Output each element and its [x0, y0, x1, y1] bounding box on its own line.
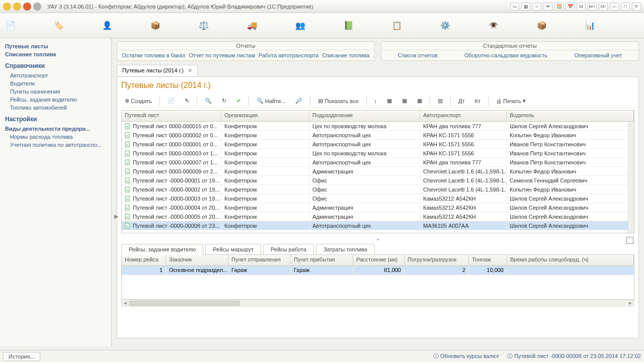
- col-header[interactable]: Расстояние (км): [353, 255, 405, 265]
- col-header[interactable]: Время работы спецоборуд. (ч): [507, 255, 634, 265]
- find-button[interactable]: 🔍Найти...: [253, 96, 289, 106]
- status-link[interactable]: ⓘ Обновить курсы валют: [433, 352, 499, 360]
- mplus-icon[interactable]: M+: [588, 3, 597, 11]
- create-button[interactable]: ⊕Создать: [121, 96, 155, 106]
- show-all-button[interactable]: ▤Показать все: [314, 96, 362, 106]
- table-row[interactable]: Путевой лист 0000-000002 от 0...Конфетпр…: [122, 131, 634, 140]
- print-button[interactable]: 🖨Печать ▾: [493, 96, 529, 106]
- nav-back-icon[interactable]: [3, 3, 11, 11]
- section-icon[interactable]: 👥: [295, 20, 306, 31]
- fav-icon[interactable]: [23, 3, 31, 11]
- section-icon[interactable]: ⚙️: [440, 20, 451, 31]
- table-row[interactable]: Путевой лист 0000-000007 от 1...Конфетпр…: [122, 158, 634, 167]
- section-icon[interactable]: 📋: [391, 20, 403, 31]
- tool-icon[interactable]: ⏷: [543, 3, 552, 11]
- table-row[interactable]: Путевой лист 0000-000001 от 0...Конфетпр…: [122, 140, 634, 149]
- report-link[interactable]: Списание топлива: [322, 52, 369, 58]
- section-icon[interactable]: 📗: [343, 20, 354, 31]
- tab[interactable]: Путевые листы (2014 г.) ✕: [117, 65, 198, 76]
- detail-row[interactable]: 1 Основное подраздел... Гараж Гараж 81,0…: [122, 266, 634, 275]
- splitter-icon[interactable]: ⌄: [121, 235, 634, 242]
- maximize-icon[interactable]: □: [621, 3, 630, 11]
- section-icon[interactable]: 👁️: [488, 20, 499, 31]
- section-icon[interactable]: 🏷️: [53, 20, 64, 31]
- sidebar-item[interactable]: Списание топлива: [5, 50, 106, 58]
- table-row[interactable]: Путевой лист -0000-00003 от 19...Конфетп…: [122, 194, 634, 203]
- sidebar-item[interactable]: Пункты назначения: [5, 87, 106, 96]
- section-icon[interactable]: 👤: [102, 20, 113, 31]
- tool-button[interactable]: ▦: [383, 96, 395, 106]
- table-row[interactable]: Путевой лист -0000-00001 от 19...Конфетп…: [122, 176, 634, 185]
- report-link[interactable]: Оперативный учет: [574, 52, 622, 58]
- status-link[interactable]: ⓘ Путевой лист -0000-00008 от 23.05.2014…: [507, 352, 641, 360]
- detail-tab[interactable]: Рейсы работа: [263, 244, 314, 255]
- tool-icon[interactable]: ▦: [521, 3, 530, 11]
- col-header[interactable]: Организация: [221, 111, 309, 121]
- report-link[interactable]: Отчет по путевым листам: [189, 52, 255, 58]
- sidebar-item[interactable]: Автотранспорт: [5, 71, 106, 79]
- edit-button[interactable]: ✎: [181, 96, 193, 106]
- section-icon[interactable]: 📊: [585, 20, 596, 31]
- table-row[interactable]: Путевой лист 0000-000015 от 0...Конфетпр…: [122, 122, 634, 131]
- tool-button[interactable]: Дт: [455, 97, 468, 106]
- refresh-button[interactable]: ↻: [218, 96, 230, 106]
- col-header[interactable]: Водитель: [507, 111, 634, 121]
- mminus-icon[interactable]: M-: [599, 3, 608, 11]
- scroll-right-icon[interactable]: ▸: [627, 300, 634, 306]
- col-header[interactable]: Подразделение: [309, 111, 420, 121]
- detail-tab[interactable]: Рейсы, задание водителю: [121, 244, 203, 255]
- section-icon[interactable]: 📄: [5, 20, 16, 31]
- detail-tab[interactable]: Затраты топлива: [316, 244, 375, 255]
- nav-fwd-icon[interactable]: [13, 3, 21, 11]
- sort-button[interactable]: ↕: [371, 97, 381, 106]
- table-row[interactable]: Путевой лист -0000-00005 от 20...Конфетп…: [122, 212, 634, 221]
- close-icon[interactable]: ✕: [632, 3, 641, 11]
- post-button[interactable]: ✔: [233, 96, 245, 106]
- minimize-icon[interactable]: —: [610, 3, 619, 11]
- close-tab-icon[interactable]: ✕: [188, 67, 192, 74]
- sidebar-item[interactable]: Нормы расхода топлива: [5, 133, 106, 141]
- menu-icon[interactable]: [33, 3, 41, 11]
- tool-button[interactable]: Кт: [471, 97, 484, 106]
- detail-grid[interactable]: Номер рейса Заказчик Пункт отправления П…: [121, 254, 634, 300]
- maximize-panel-icon[interactable]: [626, 237, 633, 244]
- clear-find-button[interactable]: 🔎: [292, 96, 306, 106]
- main-grid[interactable]: Путевой лист Организация Подразделение А…: [121, 110, 634, 233]
- h-scrollbar[interactable]: ◂ ▸: [121, 300, 634, 307]
- report-link[interactable]: Работа автотранспорта: [259, 52, 319, 58]
- section-icon[interactable]: 🚚: [247, 20, 258, 31]
- col-header[interactable]: Номер рейса: [122, 255, 166, 265]
- search-button[interactable]: 🔍: [201, 96, 215, 106]
- calendar-icon[interactable]: 📅: [566, 3, 575, 11]
- tool-button[interactable]: ▦: [398, 96, 411, 106]
- sidebar-item[interactable]: Учетная политика по автотранспо...: [5, 141, 106, 149]
- history-button[interactable]: История...: [3, 352, 40, 361]
- scroll-left-icon[interactable]: ◂: [122, 300, 129, 306]
- tool-icon[interactable]: ▭: [510, 3, 519, 11]
- sidebar-item[interactable]: Топливо автомобилей: [5, 104, 106, 112]
- table-row[interactable]: Путевой лист 0000-000003 от 1...Конфетпр…: [122, 149, 634, 158]
- expand-icon[interactable]: ▶: [114, 213, 118, 220]
- col-header[interactable]: Пункт прибытия: [291, 255, 353, 265]
- scrollbar[interactable]: [628, 122, 634, 233]
- section-icon[interactable]: 📦: [150, 20, 161, 31]
- section-icon[interactable]: 📦: [536, 20, 547, 31]
- copy-button[interactable]: 📄: [164, 96, 178, 106]
- m-icon[interactable]: M: [577, 3, 586, 11]
- sidebar-item[interactable]: Рейсы, задания водителю: [5, 96, 106, 104]
- table-row[interactable]: Путевой лист -0000-00004 от 20...Конфетп…: [122, 203, 634, 212]
- table-row[interactable]: Путевой лист 0000-000009 от 2...Конфетпр…: [122, 167, 634, 176]
- report-link[interactable]: Остатки топлива в баках: [122, 52, 185, 58]
- table-row[interactable]: Путевой лист -0000-00002 от 19...Конфетп…: [122, 185, 634, 194]
- col-header[interactable]: Тоннаж: [469, 255, 507, 265]
- sidebar-item[interactable]: Виды деятельности предпри...: [5, 125, 106, 133]
- tool-icon[interactable]: ☆: [532, 3, 541, 11]
- table-row[interactable]: Путевой лист -0000-00008 от 23...Конфетп…: [122, 221, 634, 230]
- scroll-thumb[interactable]: [129, 301, 239, 306]
- col-header[interactable]: Погрузок/разгрузок: [405, 255, 469, 265]
- sidebar-item[interactable]: Путевые листы: [5, 42, 106, 50]
- tool-button[interactable]: ▥: [434, 96, 446, 106]
- tool-button[interactable]: ▦: [414, 96, 426, 106]
- col-header[interactable]: Заказчик: [166, 255, 228, 265]
- detail-tab[interactable]: Рейсы маршрут: [205, 244, 261, 255]
